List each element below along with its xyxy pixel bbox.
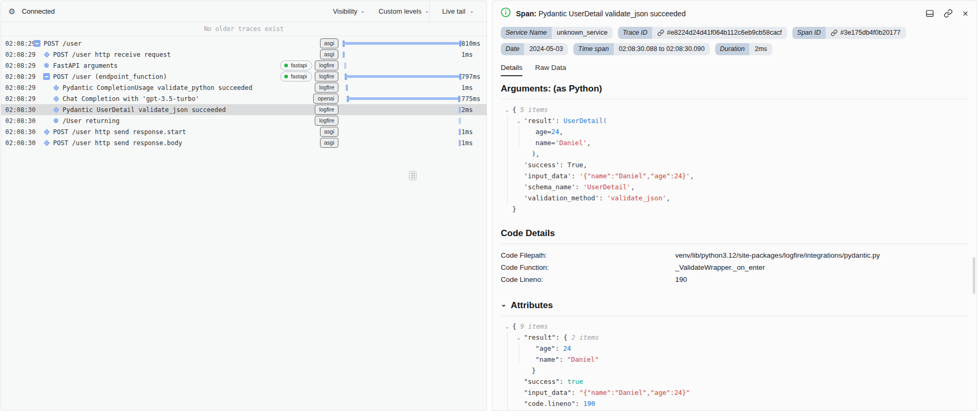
- meta-chip-date: Date2024-05-03: [501, 43, 568, 55]
- logfire-badge[interactable]: logfire: [315, 60, 338, 70]
- trace-controls: Visibility ⌄ Custom levels ⌄ Live tail ⌄: [333, 1, 487, 22]
- chip-label: Date: [501, 43, 524, 55]
- collapse-span-icon[interactable]: [43, 73, 50, 80]
- span-diamond-icon: [53, 84, 59, 91]
- code-line: ⌄{ 9 items: [501, 321, 968, 332]
- arguments-heading: Arguments: (as Python): [501, 84, 968, 99]
- code-line: ⌄'result': UserDetail(: [501, 115, 968, 126]
- row-timestamp: 02:08:29: [5, 40, 34, 47]
- code-detail-row: Code Lineno:190: [501, 273, 968, 286]
- scrollbar-thumb[interactable]: [973, 257, 975, 294]
- panel-resize-handle[interactable]: [409, 171, 417, 180]
- trace-row[interactable]: 02:08:29POST /userasgi810ms: [1, 38, 487, 49]
- settings-gear-icon[interactable]: ⚙: [8, 7, 15, 16]
- duration-tick: [459, 118, 461, 124]
- duration-bar-cell: [343, 82, 461, 93]
- chip-value[interactable]: #e8224d24d41f064b112c6eb9cb58cacf: [652, 27, 787, 39]
- meta-chip-duration: Duration2ms: [715, 43, 772, 55]
- row-timestamp: 02:08:29: [5, 84, 34, 91]
- collapse-chevron-icon[interactable]: ⌄: [506, 104, 509, 115]
- row-label: POST /user (endpoint_function): [53, 73, 167, 80]
- app: ⚙ Connected Visibility ⌄ Custom levels ⌄…: [0, 0, 980, 417]
- live-tail-dropdown[interactable]: Live tail ⌄: [429, 1, 487, 22]
- collapse-chevron-icon[interactable]: ⌄: [506, 321, 509, 332]
- row-label: POST /user: [44, 40, 81, 47]
- duration-tick: [459, 140, 461, 146]
- info-icon: [501, 7, 511, 19]
- chip-value: 2024-05-03: [524, 43, 568, 55]
- row-timestamp: 02:08:30: [5, 128, 34, 136]
- tab-details[interactable]: Details: [501, 64, 522, 76]
- code-details-table: Code Filepath:venv/lib/python3.12/site-p…: [501, 249, 968, 286]
- fastapi-badge[interactable]: fastapi: [280, 60, 312, 70]
- duration-bar-cell: [343, 71, 461, 82]
- collapse-chevron-icon[interactable]: ⌄: [517, 332, 520, 343]
- chip-label: Span ID: [792, 27, 826, 39]
- code-line: "input_data": "{"name":"Daniel","age":24…: [501, 387, 968, 398]
- fastapi-badge[interactable]: fastapi: [280, 72, 312, 81]
- span-meta-chips: Service Nameunknown_serviceTrace ID#e822…: [501, 27, 963, 55]
- code-detail-value: 190: [675, 273, 687, 286]
- chip-value[interactable]: #3e175db4f0b20177: [826, 27, 906, 39]
- trace-row[interactable]: 02:08:29FastAPI argumentsfastapilogfire: [1, 60, 487, 71]
- row-duration: 2ms: [461, 106, 487, 114]
- asgi-badge[interactable]: asgi: [320, 38, 338, 48]
- asgi-badge[interactable]: asgi: [320, 138, 338, 147]
- collapse-chevron-icon[interactable]: ⌄: [517, 115, 520, 126]
- code-line: }: [501, 365, 968, 376]
- row-duration: 1ms: [461, 51, 487, 58]
- detail-tabs: Details Raw Data: [501, 64, 968, 76]
- span-diamond-icon: [43, 139, 50, 146]
- logfire-badge[interactable]: logfire: [315, 83, 338, 92]
- trace-row[interactable]: 02:08:30POST /user http send response.bo…: [1, 137, 487, 148]
- duration-bar: [343, 40, 461, 47]
- close-icon[interactable]: ✕: [962, 10, 968, 17]
- duration-tick: [344, 63, 346, 69]
- duration-tick: [459, 129, 461, 135]
- row-timestamp: 02:08:30: [5, 139, 34, 147]
- asgi-badge[interactable]: asgi: [320, 49, 338, 59]
- trace-panel: ⚙ Connected Visibility ⌄ Custom levels ⌄…: [1, 1, 487, 411]
- trace-row[interactable]: 02:08:29Chat Completion with 'gpt-3.5-tu…: [1, 93, 487, 104]
- row-label: Pydantic CompletionUsage validate_python…: [63, 84, 252, 91]
- log-dot-icon: [43, 62, 50, 69]
- collapse-chevron-icon[interactable]: ⌄: [501, 300, 507, 308]
- code-line: 'validation_method': 'validate_json',: [501, 192, 968, 204]
- chip-label: Trace ID: [618, 27, 652, 39]
- code-line: 'success': True,: [501, 159, 968, 170]
- trace-row[interactable]: 02:08:30/User returninglogfire: [1, 115, 487, 126]
- row-duration: 775ms: [461, 95, 487, 103]
- row-duration: 1ms: [461, 139, 487, 147]
- trace-row[interactable]: 02:08:29Pydantic CompletionUsage validat…: [1, 82, 487, 93]
- meta-chip-time-span: Time span02:08:30.088 to 02:08:30.090: [573, 43, 710, 55]
- code-detail-row: Code Function:_ValidateWrapper._on_enter: [501, 261, 968, 273]
- trace-row[interactable]: 02:08:29POST /user (endpoint_function)fa…: [1, 71, 487, 82]
- trace-row[interactable]: 02:08:29POST /user http receive requesta…: [1, 49, 487, 60]
- logfire-badge[interactable]: logfire: [315, 72, 338, 81]
- row-label: Pydantic UserDetail validate_json succee…: [63, 106, 226, 114]
- trace-row[interactable]: 02:08:30Pydantic UserDetail validate_jso…: [1, 104, 487, 115]
- duration-bar-cell: [343, 104, 461, 115]
- dock-panel-icon[interactable]: [925, 9, 934, 18]
- logfire-badge[interactable]: logfire: [315, 116, 338, 125]
- duration-bar-cell: [343, 38, 461, 49]
- openai-badge[interactable]: openai: [313, 94, 338, 103]
- trace-row[interactable]: 02:08:30POST /user http send response.st…: [1, 126, 487, 137]
- row-timestamp: 02:08:29: [5, 51, 34, 58]
- span-title: Span: Pydantic UserDetail validate_json …: [516, 9, 686, 18]
- span-diamond-icon: [43, 128, 50, 135]
- copy-link-icon[interactable]: [944, 9, 953, 18]
- chevron-down-icon: ⌄: [470, 8, 474, 14]
- custom-levels-dropdown[interactable]: Custom levels ⌄: [379, 7, 429, 15]
- row-label: Chat Completion with 'gpt-3.5-turbo': [63, 95, 199, 103]
- code-line: "success": true: [501, 376, 968, 387]
- chip-label: Time span: [573, 43, 613, 55]
- code-line: 'schema_name': 'UserDetail',: [501, 181, 968, 192]
- logfire-badge[interactable]: logfire: [315, 105, 338, 114]
- tab-raw-data[interactable]: Raw Data: [535, 64, 566, 76]
- asgi-badge[interactable]: asgi: [320, 127, 338, 136]
- span-diamond-icon: [53, 106, 59, 113]
- visibility-dropdown[interactable]: Visibility ⌄: [333, 7, 365, 15]
- collapse-span-icon[interactable]: [34, 40, 40, 47]
- no-older-traces-notice: No older traces exist: [1, 22, 487, 36]
